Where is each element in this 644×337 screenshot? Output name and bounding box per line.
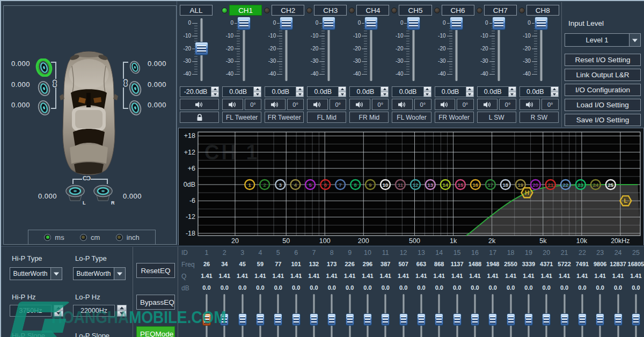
eq-band-slider-2[interactable] — [220, 313, 229, 326]
radio-dot-icon[interactable] — [80, 234, 87, 241]
eq-band-slider-14[interactable] — [435, 313, 443, 326]
lp-type-dropdown[interactable]: ButterWorth — [73, 267, 126, 280]
eq-band-slider-11[interactable] — [381, 313, 390, 326]
tab-ch1[interactable]: CH1 — [229, 5, 262, 16]
link-lock-button[interactable] — [180, 112, 219, 123]
hp-type-dropdown[interactable]: ButterWorth — [10, 267, 62, 280]
spin-up-icon[interactable] — [509, 87, 516, 92]
fader-handle-all[interactable] — [195, 42, 208, 55]
eq-band-slider-3[interactable] — [238, 313, 247, 326]
spin-down-icon[interactable] — [466, 92, 473, 97]
eq-band-slider-13[interactable] — [417, 313, 426, 326]
gain-spinner-ch4[interactable] — [380, 87, 388, 97]
io-button-load-i-o-setting[interactable]: Load I/O Setting — [565, 99, 641, 111]
speaker-front-right-woofer[interactable] — [126, 99, 144, 117]
tab-ch2[interactable]: CH2 — [272, 5, 304, 16]
eq-band-slider-6[interactable] — [292, 313, 301, 326]
eq-band-slider-12[interactable] — [399, 313, 408, 326]
eq-band-slider-7[interactable] — [310, 313, 318, 326]
phase-button-ch7[interactable]: 0° — [499, 99, 516, 110]
mute-button-all[interactable] — [180, 99, 219, 110]
spin-up-icon[interactable] — [551, 87, 558, 92]
spin-up-icon[interactable] — [466, 87, 473, 92]
eq-button-peqmode[interactable]: PEQMode — [136, 326, 175, 337]
fader-handle-ch4[interactable] — [364, 17, 378, 30]
gain-spinner-ch7[interactable] — [508, 87, 516, 97]
gain-spinner-ch8[interactable] — [551, 87, 558, 97]
io-button-save-i-o-setting[interactable]: Save I/O Setting — [565, 114, 641, 126]
eq-band-slider-4[interactable] — [256, 313, 265, 326]
spin-down-icon[interactable] — [424, 92, 431, 97]
channel-name-button-ch5[interactable]: FL Woofer — [392, 112, 431, 123]
spin-up-icon[interactable] — [381, 87, 388, 92]
tab-all[interactable]: ALL — [180, 5, 213, 16]
fader-handle-ch5[interactable] — [407, 17, 420, 30]
lp-hz-spinner[interactable] — [117, 305, 127, 317]
channel-name-button-ch8[interactable]: R SW — [519, 112, 559, 123]
eq-band-slider-1[interactable] — [202, 313, 211, 326]
eq-button-reseteq[interactable]: ResetEQ — [136, 263, 175, 278]
spin-up-icon[interactable] — [54, 305, 63, 311]
spin-up-icon[interactable] — [254, 87, 261, 92]
mute-button-ch5[interactable] — [392, 99, 413, 110]
eq-band-slider-23[interactable] — [596, 313, 604, 326]
eq-band-slider-16[interactable] — [471, 313, 479, 326]
channel-name-button-ch6[interactable]: FR Woofer — [435, 112, 474, 123]
eq-band-slider-22[interactable] — [578, 313, 587, 326]
spin-down-icon[interactable] — [551, 92, 558, 97]
hp-hz-spinner[interactable] — [54, 305, 63, 317]
channel-name-button-ch4[interactable]: FR Mid — [349, 112, 389, 123]
phase-button-ch2[interactable]: 0° — [287, 99, 304, 110]
spin-up-icon[interactable] — [339, 87, 346, 92]
eq-band-slider-5[interactable] — [274, 313, 282, 326]
spin-up-icon[interactable] — [211, 87, 218, 92]
tab-ch3[interactable]: CH3 — [314, 5, 347, 16]
eq-band-slider-19[interactable] — [524, 313, 533, 326]
tab-ch4[interactable]: CH4 — [356, 5, 389, 16]
dropdown-arrow-icon[interactable] — [50, 268, 62, 280]
spin-down-icon[interactable] — [54, 311, 63, 317]
tab-ch5[interactable]: CH5 — [399, 5, 431, 16]
eq-band-slider-20[interactable] — [542, 313, 551, 326]
eq-band-slider-8[interactable] — [327, 313, 336, 326]
gain-spinner-all[interactable] — [211, 87, 218, 97]
tab-ch6[interactable]: CH6 — [442, 5, 474, 16]
mute-button-ch6[interactable] — [435, 99, 456, 110]
fader-handle-ch6[interactable] — [450, 17, 463, 30]
gain-spinner-ch2[interactable] — [296, 87, 303, 97]
spin-down-icon[interactable] — [339, 92, 346, 97]
channel-name-button-ch1[interactable]: FL Tweeter — [222, 112, 261, 123]
phase-button-ch5[interactable]: 0° — [414, 99, 431, 110]
tab-ch8[interactable]: CH8 — [526, 5, 559, 16]
fader-handle-ch2[interactable] — [280, 17, 293, 30]
mute-button-ch4[interactable] — [349, 99, 370, 110]
sub-link-chain-icon[interactable]: CƆ — [82, 175, 91, 181]
spin-down-icon[interactable] — [296, 92, 303, 97]
spin-down-icon[interactable] — [118, 311, 126, 317]
fader-handle-ch1[interactable] — [237, 17, 251, 30]
radio-dot-icon[interactable] — [116, 234, 123, 241]
spin-up-icon[interactable] — [424, 87, 431, 92]
eq-button-bypasseq[interactable]: BypassEQ — [136, 295, 175, 310]
eq-band-slider-10[interactable] — [363, 313, 372, 326]
unit-radio-cm[interactable]: cm — [80, 233, 100, 241]
eq-band-slider-9[interactable] — [346, 313, 354, 326]
phase-button-ch4[interactable]: 0° — [372, 99, 389, 110]
channel-name-button-ch7[interactable]: L SW — [477, 112, 516, 123]
dropdown-arrow-icon[interactable] — [114, 268, 125, 280]
spin-up-icon[interactable] — [296, 87, 303, 92]
unit-radio-ms[interactable]: ms — [44, 233, 64, 241]
spin-down-icon[interactable] — [509, 92, 516, 97]
speaker-front-left-woofer[interactable] — [35, 99, 53, 117]
phase-button-ch1[interactable]: 0° — [245, 99, 261, 110]
eq-band-slider-24[interactable] — [614, 313, 623, 326]
radio-dot-icon[interactable] — [44, 234, 51, 241]
speaker-front-right-tweeter[interactable] — [127, 60, 143, 75]
spin-up-icon[interactable] — [118, 305, 126, 311]
mute-button-ch7[interactable] — [477, 99, 498, 110]
spin-down-icon[interactable] — [211, 92, 218, 97]
eq-band-slider-18[interactable] — [507, 313, 515, 326]
phase-button-ch3[interactable]: 0° — [330, 99, 346, 110]
gain-spinner-ch3[interactable] — [338, 87, 346, 97]
gain-spinner-ch5[interactable] — [423, 87, 431, 97]
